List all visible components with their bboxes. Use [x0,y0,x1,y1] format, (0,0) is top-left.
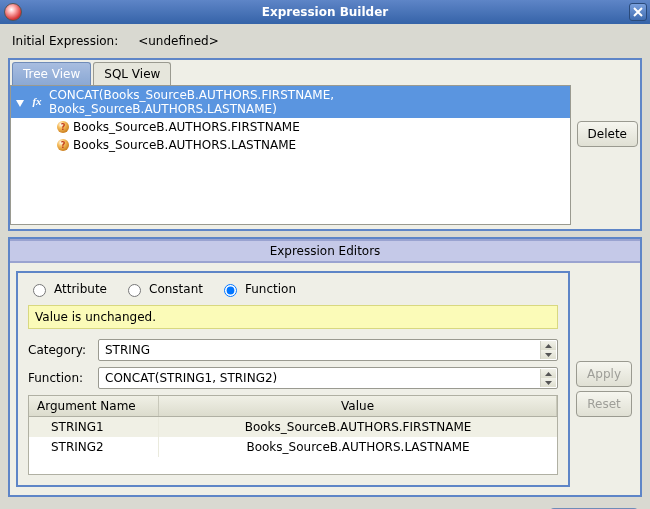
dialog-footer: Cancel OK [8,503,642,509]
radio-constant[interactable]: Constant [123,281,203,297]
reset-button-label: Reset [587,397,621,411]
tree-root-row[interactable]: fx CONCAT(Books_SourceB.AUTHORS.FIRSTNAM… [11,86,570,118]
function-combo[interactable]: CONCAT(STRING1, STRING2) [98,367,558,389]
spinner-icon[interactable] [540,341,556,359]
radio-attribute-input[interactable] [33,284,46,297]
tab-tree-view[interactable]: Tree View [12,62,91,85]
status-message: Value is unchanged. [28,305,558,329]
argument-row[interactable]: STRING1 Books_SourceB.AUTHORS.FIRSTNAME [29,417,557,437]
radio-function[interactable]: Function [219,281,296,297]
initial-expression-row: Initial Expression: <undefined> [8,32,642,52]
disclosure-triangle-icon[interactable] [15,97,25,107]
tree-child-row[interactable]: ? Books_SourceB.AUTHORS.FIRSTNAME [11,118,570,136]
apply-button-label: Apply [587,367,621,381]
tab-tree-view-label: Tree View [23,67,80,81]
argument-name-cell: STRING2 [29,437,159,457]
radio-attribute[interactable]: Attribute [28,281,107,297]
category-combo[interactable]: STRING [98,339,558,361]
radio-function-label: Function [245,282,296,296]
function-combo-value: CONCAT(STRING1, STRING2) [105,371,277,385]
reset-button[interactable]: Reset [576,391,632,417]
arguments-header-value[interactable]: Value [159,396,557,416]
argument-name-cell: STRING1 [29,417,159,437]
view-tabs: Tree View SQL View [10,60,640,85]
tab-sql-view[interactable]: SQL View [93,62,171,85]
radio-attribute-label: Attribute [54,282,107,296]
titlebar: Expression Builder [0,0,650,24]
window-close-button[interactable] [629,3,647,21]
argument-icon: ? [57,139,69,151]
category-label: Category: [28,343,90,357]
tree-child-label: Books_SourceB.AUTHORS.FIRSTNAME [73,120,300,134]
app-icon [4,3,22,21]
initial-expression-value: <undefined> [138,34,218,48]
delete-button-label: Delete [588,127,627,141]
initial-expression-label: Initial Expression: [12,34,118,48]
arguments-table: Argument Name Value STRING1 Books_Source… [28,395,558,475]
argument-value-cell: Books_SourceB.AUTHORS.LASTNAME [159,437,557,457]
tree-child-label: Books_SourceB.AUTHORS.LASTNAME [73,138,296,152]
function-icon: fx [29,95,45,109]
status-message-text: Value is unchanged. [35,310,156,324]
tab-sql-view-label: SQL View [104,67,160,81]
delete-button[interactable]: Delete [577,121,638,147]
expression-editors-title-label: Expression Editors [270,244,381,258]
close-icon [633,7,643,17]
expression-editors-title: Expression Editors [10,239,640,263]
argument-value-cell: Books_SourceB.AUTHORS.FIRSTNAME [159,417,557,437]
arguments-header-name[interactable]: Argument Name [29,396,159,416]
tree-child-row[interactable]: ? Books_SourceB.AUTHORS.LASTNAME [11,136,570,154]
apply-button[interactable]: Apply [576,361,632,387]
radio-constant-label: Constant [149,282,203,296]
radio-function-input[interactable] [224,284,237,297]
editor-type-radios: Attribute Constant Function [28,281,558,297]
category-combo-value: STRING [105,343,150,357]
argument-icon: ? [57,121,69,133]
argument-row[interactable]: STRING2 Books_SourceB.AUTHORS.LASTNAME [29,437,557,457]
arguments-header: Argument Name Value [29,396,557,417]
radio-constant-input[interactable] [128,284,141,297]
window-title: Expression Builder [262,5,389,19]
tree-root-label: CONCAT(Books_SourceB.AUTHORS.FIRSTNAME, … [49,88,566,116]
function-label: Function: [28,371,90,385]
spinner-icon[interactable] [540,369,556,387]
expression-tree[interactable]: fx CONCAT(Books_SourceB.AUTHORS.FIRSTNAM… [10,85,571,225]
